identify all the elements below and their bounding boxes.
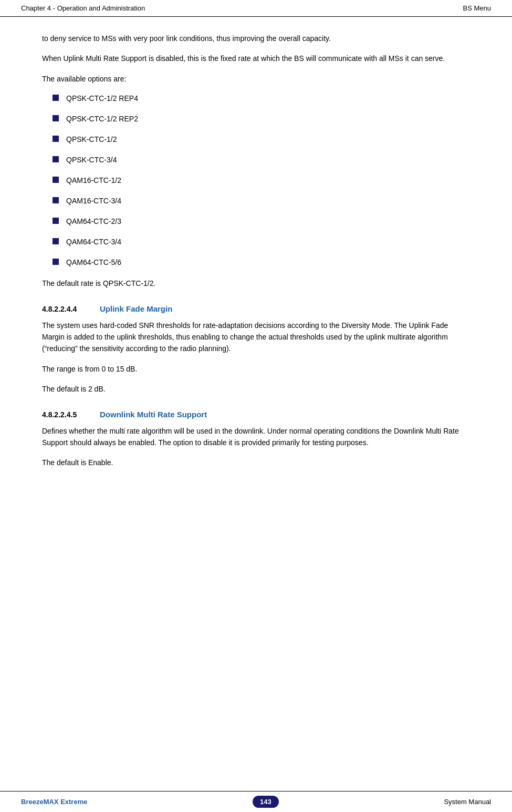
- bullet-icon-3: [53, 156, 59, 162]
- bullet-item-1: QPSK-CTC-1/2 REP2: [53, 114, 470, 125]
- bullet-item-0: QPSK-CTC-1/2 REP4: [53, 93, 470, 104]
- section-title-1: Downlink Multi Rate Support: [100, 410, 207, 419]
- bullet-item-4: QAM16-CTC-1/2: [53, 175, 470, 186]
- bullet-list: QPSK-CTC-1/2 REP4QPSK-CTC-1/2 REP2QPSK-C…: [53, 93, 470, 268]
- bullet-icon-5: [53, 197, 59, 203]
- bullet-item-5: QAM16-CTC-3/4: [53, 196, 470, 207]
- page-footer: BreezeMAX Extreme 143 System Manual: [0, 791, 512, 812]
- section-body-0: The system uses hard-coded SNR threshold…: [42, 320, 470, 395]
- bullet-icon-4: [53, 177, 59, 183]
- intro-paragraph-3: The available options are:: [42, 73, 470, 85]
- bullet-text-8: QAM64-CTC-5/6: [66, 257, 121, 268]
- section-heading-1: 4.8.2.2.4.5Downlink Multi Rate Support: [42, 410, 470, 419]
- bullet-text-5: QAM16-CTC-3/4: [66, 196, 121, 207]
- bullet-icon-8: [53, 259, 59, 265]
- page-number: 143: [253, 796, 279, 808]
- bullet-item-2: QPSK-CTC-1/2: [53, 134, 470, 145]
- bullet-icon-2: [53, 136, 59, 142]
- section-0-para-2: The default is 2 dB.: [42, 383, 470, 395]
- bullet-text-7: QAM64-CTC-3/4: [66, 237, 121, 248]
- footer-left: BreezeMAX Extreme: [21, 798, 87, 806]
- bullet-text-1: QPSK-CTC-1/2 REP2: [66, 114, 138, 125]
- header-right: BS Menu: [463, 4, 491, 12]
- bullet-text-0: QPSK-CTC-1/2 REP4: [66, 93, 138, 104]
- intro-paragraph-2: When Uplink Multi Rate Support is disabl…: [42, 53, 470, 64]
- section-0-para-1: The range is from 0 to 15 dB.: [42, 363, 470, 375]
- section-heading-0: 4.8.2.2.4.4Uplink Fade Margin: [42, 304, 470, 313]
- bullet-item-8: QAM64-CTC-5/6: [53, 257, 470, 268]
- section-number-1: 4.8.2.2.4.5: [42, 410, 89, 419]
- bullet-item-3: QPSK-CTC-3/4: [53, 155, 470, 166]
- default-rate-text: The default rate is QPSK-CTC-1/2.: [42, 277, 470, 289]
- bullet-icon-7: [53, 238, 59, 244]
- section-body-1: Defines whether the multi rate algorithm…: [42, 425, 470, 469]
- bullet-icon-6: [53, 218, 59, 224]
- bullet-text-6: QAM64-CTC-2/3: [66, 216, 121, 227]
- section-number-0: 4.8.2.2.4.4: [42, 305, 89, 313]
- bullet-icon-1: [53, 115, 59, 121]
- bullet-text-2: QPSK-CTC-1/2: [66, 134, 117, 145]
- sections-container: 4.8.2.2.4.4Uplink Fade MarginThe system …: [42, 304, 470, 469]
- page-header: Chapter 4 - Operation and Administration…: [0, 0, 512, 17]
- footer-right: System Manual: [444, 798, 491, 806]
- bullet-item-7: QAM64-CTC-3/4: [53, 237, 470, 248]
- header-left: Chapter 4 - Operation and Administration: [21, 4, 145, 12]
- section-1-para-0: Defines whether the multi rate algorithm…: [42, 425, 470, 449]
- bullet-icon-0: [53, 95, 59, 101]
- bullet-text-3: QPSK-CTC-3/4: [66, 155, 117, 166]
- page-content: to deny service to MSs with very poor li…: [0, 17, 512, 509]
- section-title-0: Uplink Fade Margin: [100, 304, 172, 313]
- section-1-para-1: The default is Enable.: [42, 457, 470, 468]
- section-0-para-0: The system uses hard-coded SNR threshold…: [42, 320, 470, 355]
- bullet-text-4: QAM16-CTC-1/2: [66, 175, 121, 186]
- bullet-item-6: QAM64-CTC-2/3: [53, 216, 470, 227]
- intro-paragraph-1: to deny service to MSs with very poor li…: [42, 33, 470, 44]
